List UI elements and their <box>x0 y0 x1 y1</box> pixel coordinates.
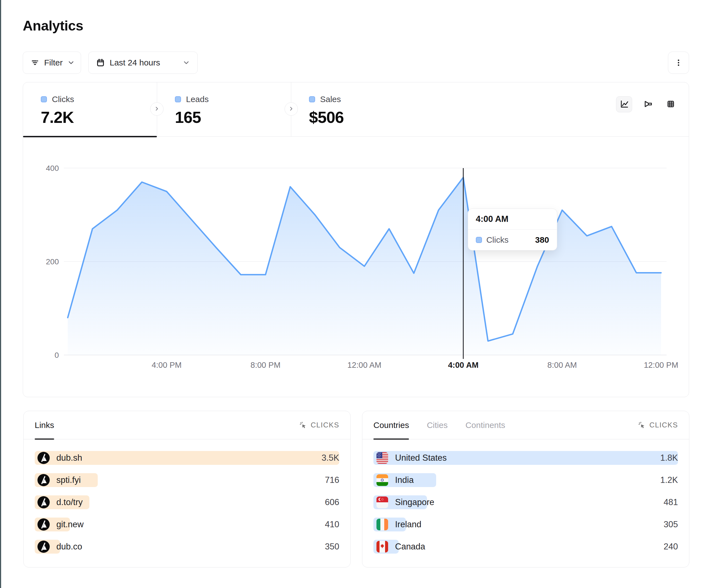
line-chart-icon <box>619 98 630 110</box>
x-axis-tick-label: 12:00 PM <box>644 361 678 369</box>
chevron-right-icon <box>288 106 294 113</box>
countries-panel-tabs: CountriesCitiesContinents <box>373 411 505 439</box>
x-axis-tick-label: 4:00 PM <box>152 361 181 369</box>
countries-panel: CountriesCitiesContinents CLICKS United … <box>362 411 689 567</box>
links-panel: Links CLICKS dub.sh3.5Kspti.fyi716d.to/t… <box>23 411 351 567</box>
row-value: 240 <box>664 542 678 552</box>
stat-label: Clicks <box>52 95 74 104</box>
series-marker-icon <box>175 96 181 103</box>
flag-us-icon <box>375 451 389 465</box>
stat-label: Leads <box>186 95 209 104</box>
tab-countries[interactable]: Countries <box>373 411 409 439</box>
clicks-series-marker <box>476 237 482 243</box>
more-options-button[interactable] <box>668 51 689 74</box>
list-item[interactable]: Singapore481 <box>373 495 678 509</box>
row-value: 1.8K <box>660 453 678 463</box>
list-item[interactable]: git.new410 <box>35 518 339 532</box>
view-toggle-funnel-icon[interactable] <box>639 96 655 112</box>
row-label: Ireland <box>395 520 422 529</box>
list-item[interactable]: Canada240 <box>373 540 678 553</box>
links-panel-tabs: Links <box>35 411 54 439</box>
chart-tooltip: 4:00 AM Clicks 380 <box>468 208 557 250</box>
y-axis-tick-label: 400 <box>46 164 59 173</box>
clicks-time-series-chart[interactable]: 02004004:00 PM8:00 PM12:00 AM4:00 AM8:00… <box>23 137 689 398</box>
row-value: 410 <box>325 520 339 529</box>
stat-tabs: Clicks7.2KLeads165Sales$506 <box>23 82 689 137</box>
series-marker-icon <box>41 96 47 103</box>
countries-panel-header: CountriesCitiesContinents CLICKS <box>362 411 689 439</box>
x-axis-tick-label: 8:00 PM <box>251 361 280 369</box>
list-item[interactable]: d.to/try606 <box>35 495 339 509</box>
x-axis-tick-label: 12:00 AM <box>347 361 382 369</box>
row-value: 716 <box>325 475 339 485</box>
links-metric: CLICKS <box>299 411 339 439</box>
row-value: 481 <box>664 497 678 507</box>
chevron-right-icon <box>154 106 160 113</box>
stat-label: Sales <box>320 95 341 104</box>
date-range-label: Last 24 hours <box>110 58 160 67</box>
area-chart: 02004004:00 PM8:00 PM12:00 AM4:00 AM8:00… <box>23 137 689 398</box>
dub-logo-icon <box>37 451 50 465</box>
tooltip-time: 4:00 AM <box>468 209 557 230</box>
view-toggle-table-icon[interactable] <box>663 96 679 112</box>
tooltip-series-label: Clicks <box>487 235 509 245</box>
filter-icon <box>30 58 40 67</box>
row-label: dub.co <box>56 542 82 552</box>
date-range-button[interactable]: Last 24 hours <box>88 51 198 74</box>
row-label: git.new <box>56 520 84 529</box>
flag-ca-icon <box>375 540 389 553</box>
tab-links[interactable]: Links <box>35 411 54 439</box>
filter-button[interactable]: Filter <box>23 51 81 74</box>
funnel-icon <box>642 98 653 110</box>
list-item[interactable]: spti.fyi716 <box>35 473 339 487</box>
list-item[interactable]: Ireland305 <box>373 518 678 532</box>
row-value: 305 <box>664 520 678 529</box>
expand-leads-button[interactable] <box>150 103 164 116</box>
x-axis-tick-label: 4:00 AM <box>448 361 479 369</box>
view-toggle-line-chart-icon[interactable] <box>616 96 632 112</box>
tab-cities[interactable]: Cities <box>427 411 448 439</box>
links-panel-header: Links CLICKS <box>24 411 350 439</box>
analytics-card: Clicks7.2KLeads165Sales$506 02004004:00 … <box>23 82 689 397</box>
stat-tab-sales[interactable]: Sales$506 <box>291 82 430 136</box>
expand-sales-button[interactable] <box>284 103 298 116</box>
dub-logo-icon <box>37 518 50 531</box>
cursor-click-icon <box>638 421 646 429</box>
links-list: dub.sh3.5Kspti.fyi716d.to/try606git.new4… <box>24 439 350 553</box>
row-label: India <box>395 475 414 485</box>
row-value: 1.2K <box>660 475 678 485</box>
page-title: Analytics <box>23 18 83 34</box>
dub-logo-icon <box>37 496 50 509</box>
tab-continents[interactable]: Continents <box>465 411 505 439</box>
flag-in-icon <box>375 473 389 487</box>
row-value: 3.5K <box>322 453 339 463</box>
list-item[interactable]: dub.sh3.5K <box>35 451 339 465</box>
stat-tab-clicks[interactable]: Clicks7.2K <box>23 82 157 136</box>
tooltip-value: 380 <box>535 235 549 245</box>
flag-ie-icon <box>375 518 389 531</box>
dub-logo-icon <box>37 540 50 553</box>
stat-value: $506 <box>309 108 430 127</box>
row-label: United States <box>395 453 447 463</box>
row-label: Canada <box>395 542 425 552</box>
row-value: 350 <box>325 542 339 552</box>
countries-metric: CLICKS <box>638 411 678 439</box>
x-axis-tick-label: 8:00 AM <box>547 361 577 369</box>
list-item[interactable]: India1.2K <box>373 473 678 487</box>
y-axis-tick-label: 0 <box>55 351 59 359</box>
row-label: spti.fyi <box>56 475 81 485</box>
links-metric-label: CLICKS <box>311 421 339 429</box>
analytics-page: Analytics Filter Last 24 hours Clicks7.2… <box>0 0 711 588</box>
y-axis-tick-label: 200 <box>46 257 59 266</box>
chart-view-toggles <box>616 96 679 112</box>
list-item[interactable]: United States1.8K <box>373 451 678 465</box>
table-icon <box>665 98 676 110</box>
calendar-icon <box>96 58 105 67</box>
chevron-down-icon <box>67 59 75 67</box>
filter-label: Filter <box>44 58 63 67</box>
row-label: dub.sh <box>56 453 82 463</box>
cursor-click-icon <box>299 421 307 429</box>
series-marker-icon <box>309 96 315 103</box>
list-item[interactable]: dub.co350 <box>35 540 339 553</box>
stat-tab-leads[interactable]: Leads165 <box>157 82 291 136</box>
